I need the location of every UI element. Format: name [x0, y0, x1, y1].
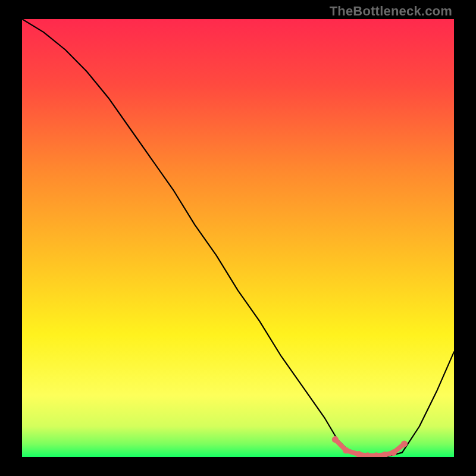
watermark-label: TheBottleneck.com [330, 4, 452, 19]
optimal-point [401, 440, 408, 447]
optimal-point [390, 449, 397, 456]
gradient-background [22, 19, 454, 457]
chart-svg [22, 19, 454, 457]
optimal-point [332, 436, 339, 443]
chart-plot-area [22, 19, 454, 457]
outer-frame: TheBottleneck.com [0, 0, 476, 476]
optimal-point [343, 447, 349, 453]
